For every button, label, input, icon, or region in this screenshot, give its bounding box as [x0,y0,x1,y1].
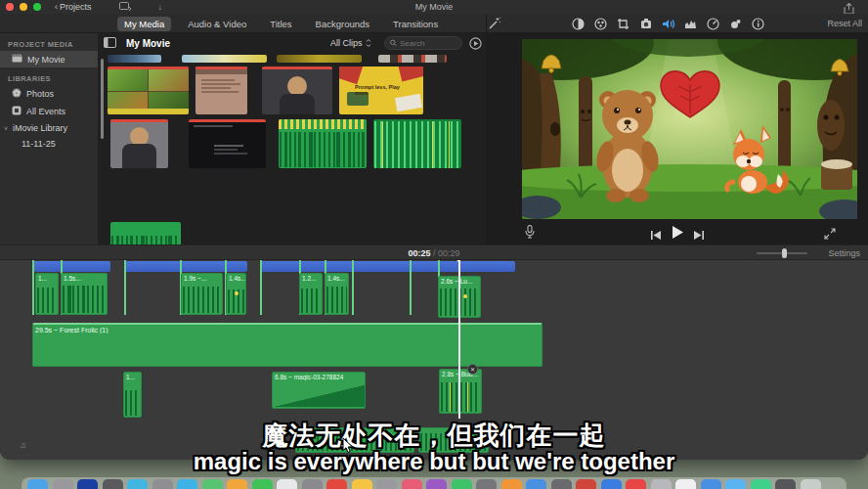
sidebar-item-event-date[interactable]: 11-11-25 [0,136,98,152]
dock-app-icon[interactable] [103,479,123,489]
sidebar-item-photos[interactable]: Photos [0,85,98,103]
dock-app-icon[interactable] [452,479,472,489]
color-balance-icon[interactable] [572,17,586,30]
sfx-clip[interactable]: 1... [123,372,142,418]
stabilization-icon[interactable] [639,17,653,30]
sidebar-toggle-icon[interactable] [104,34,116,52]
tab-titles[interactable]: Titles [263,17,298,31]
clip-thumbnail-promo[interactable]: Prompt less, Play more [339,67,423,114]
audio-clip[interactable]: 1.4s... [325,273,349,315]
enhance-wand-icon[interactable] [488,17,501,30]
clip-thumbnail[interactable] [182,55,267,63]
video-track-segment[interactable] [124,261,247,272]
playhead[interactable] [458,260,460,419]
audio-eq-icon[interactable] [684,17,698,30]
tab-transitions[interactable]: Transitions [386,17,445,31]
dock-app-icon[interactable] [725,479,746,489]
continuous-playback-icon[interactable] [469,36,482,54]
clip-thumbnail-document[interactable] [195,67,247,114]
clip-thumbnail[interactable] [378,55,447,63]
tab-audio-video[interactable]: Audio & Video [181,17,253,31]
dock-app-icon[interactable] [27,479,48,489]
dock-app-icon[interactable] [127,479,148,489]
volume-icon[interactable] [662,17,675,30]
dock-app-icon[interactable] [501,479,522,489]
dock-app-icon[interactable] [326,479,347,489]
dock-app-icon[interactable] [177,479,197,489]
dock-app-icon[interactable] [426,479,447,489]
fullscreen-icon[interactable] [824,226,836,244]
search-field[interactable] [384,36,462,50]
dock-app-icon[interactable] [476,479,497,489]
dock-app-icon[interactable] [227,479,247,489]
zoom-slider-thumb[interactable] [782,248,787,258]
dock-app-icon[interactable] [526,479,546,489]
close-window-button[interactable] [6,3,14,11]
dock-app-icon[interactable] [402,479,422,489]
music-clip[interactable]: 29.5s ~ Forest Frolic (1) [32,323,542,367]
crop-icon[interactable] [617,17,630,30]
noise-reduction-icon[interactable] [729,17,743,30]
dock-app-icon[interactable] [352,479,372,489]
dock-app-icon[interactable] [651,479,672,489]
dock-app-icon[interactable] [252,479,273,489]
back-to-projects-button[interactable]: ‹Projects [55,2,92,12]
playhead-handle[interactable] [454,260,463,262]
dock-app-icon[interactable] [751,479,771,489]
speed-icon[interactable] [707,17,720,30]
sidebar-item-imovie-library[interactable]: ˅ iMovie Library [0,120,98,136]
dock-app-icon[interactable] [601,479,622,489]
dock-app-icon[interactable] [53,479,73,489]
tab-backgrounds[interactable]: Backgrounds [309,17,376,31]
dock-app-icon[interactable] [152,479,173,489]
dock-app-icon[interactable] [551,479,572,489]
dock-app-icon[interactable] [202,479,223,489]
import-media-icon[interactable] [119,2,131,13]
timeline-settings-button[interactable]: Settings [828,248,860,258]
clip-thumbnail[interactable] [277,55,362,63]
clip-mute-badge[interactable]: ✕ [467,364,478,375]
dock-app-icon[interactable] [376,479,397,489]
download-arrow-icon[interactable]: ↓ [158,2,163,12]
sidebar-item-all-events[interactable]: All Events [0,103,98,120]
audio-clip[interactable]: 1... [35,273,59,315]
browser-scrollbar[interactable] [101,59,104,139]
next-frame-button[interactable] [693,227,705,244]
sidebar-item-my-movie[interactable]: My Movie [0,51,98,67]
dock-app-icon[interactable] [801,479,821,489]
sfx-clip[interactable]: 6.8s ~ magic-03-278824 [272,372,366,409]
dock-app-icon[interactable] [77,479,98,489]
clip-thumbnail-bear-grid[interactable] [108,67,189,114]
dock-app-icon[interactable] [576,479,596,489]
dock-app-icon[interactable] [302,479,323,489]
search-input[interactable] [400,39,456,48]
audio-clip-thumbnail[interactable] [373,119,461,168]
clip-thumbnail-screen-recording[interactable] [189,119,266,168]
tab-my-media[interactable]: My Media [117,17,171,31]
audio-clip[interactable]: 1.4s... [226,273,246,315]
video-track-segment[interactable] [32,261,110,272]
audio-clip[interactable]: 1.9s ~... [181,273,223,315]
clip-thumbnail[interactable] [108,55,161,63]
voiceover-mic-icon[interactable] [525,225,535,243]
clip-filter-dropdown[interactable]: All Clips [330,38,371,48]
info-icon[interactable] [752,17,765,30]
clip-thumbnail-presenter[interactable] [262,67,332,114]
dock-app-icon[interactable] [775,479,796,489]
audio-clip[interactable]: 1.5s... [61,273,108,315]
clip-thumbnail-presenter2[interactable] [110,119,168,168]
audio-clip-thumbnail[interactable] [279,119,367,168]
zoom-window-button[interactable] [33,3,41,11]
play-button[interactable] [671,225,684,244]
dock-app-icon[interactable] [277,479,297,489]
color-correction-icon[interactable] [594,17,608,30]
timeline-zoom-slider[interactable] [757,252,807,254]
dock-app-icon[interactable] [701,479,721,489]
reset-all-button[interactable]: Reset All [827,19,862,28]
audio-clip[interactable]: 1.2... [299,273,323,315]
dock[interactable] [22,477,846,489]
minimize-window-button[interactable] [20,3,27,11]
video-preview[interactable] [522,39,857,219]
dock-app-icon[interactable] [675,479,696,489]
previous-frame-button[interactable] [650,227,662,244]
